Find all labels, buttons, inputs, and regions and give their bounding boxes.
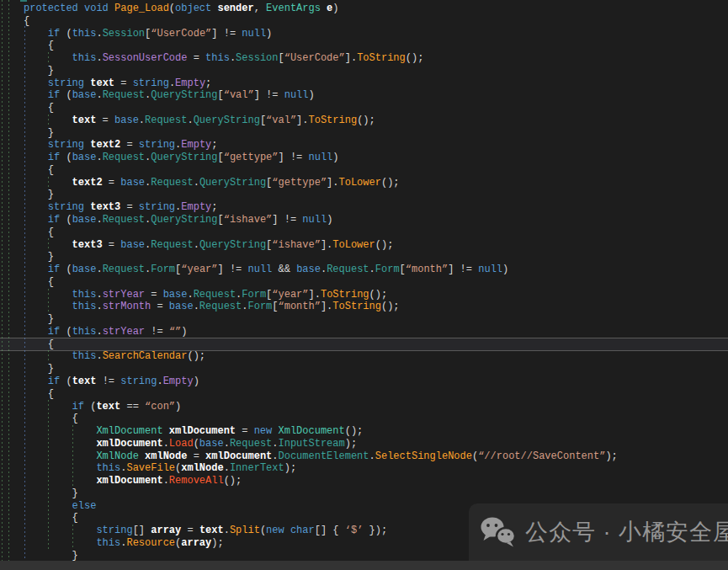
code-line-37[interactable]: XmlNode xmlNode = xmlDocument.DocumentEl… <box>24 450 618 463</box>
code-line-7[interactable]: string text = string.Empty; <box>24 77 618 90</box>
code-line-21[interactable]: } <box>24 251 618 264</box>
code-line-6[interactable]: } <box>24 65 618 77</box>
code-line-20[interactable]: text3 = base.Request.QueryString[“ishave… <box>24 239 618 252</box>
code-editor: protected void Page_Load(object sender, … <box>0 0 728 570</box>
code-line-40[interactable]: } <box>24 487 618 500</box>
horizontal-scrollbar[interactable] <box>0 561 728 570</box>
code-line-24[interactable]: this.strYear = base.Request.Form[“year”]… <box>24 289 618 301</box>
code-line-15[interactable]: text2 = base.Request.QueryString[“gettyp… <box>24 177 618 189</box>
clipped-line-fragment <box>20 0 27 2</box>
code-line-17[interactable]: string text3 = string.Empty; <box>24 201 618 214</box>
code-line-25[interactable]: this.strMonth = base.Request.Form[“month… <box>24 301 618 313</box>
code-line-27[interactable]: if (this.strYear != “”) <box>24 326 618 338</box>
code-line-2[interactable]: { <box>24 15 618 28</box>
watermark-badge: 公众号 · 小橘安全屋 <box>469 503 728 561</box>
code-line-1[interactable]: protected void Page_Load(object sender, … <box>24 3 618 15</box>
code-line-3[interactable]: if (this.Session[“UserCode”] != null) <box>24 28 618 40</box>
code-line-5[interactable]: this.SessonUserCode = this.Session[“User… <box>24 52 618 65</box>
code-line-35[interactable]: XmlDocument xmlDocument = new XmlDocumen… <box>24 425 618 438</box>
code-line-28[interactable]: { <box>24 338 618 351</box>
code-line-34[interactable]: { <box>24 413 618 425</box>
code-line-18[interactable]: if (base.Request.QueryString[“ishave”] !… <box>24 214 618 226</box>
watermark-text: 公众号 · 小橘安全屋 <box>525 517 728 547</box>
code-line-31[interactable]: if (text != string.Empty) <box>24 376 618 388</box>
code-line-19[interactable]: { <box>24 226 618 239</box>
indent-guide <box>2 0 3 570</box>
wechat-icon <box>480 516 517 548</box>
code-line-16[interactable]: } <box>24 189 618 201</box>
code-line-32[interactable]: { <box>24 388 618 401</box>
code-line-9[interactable]: { <box>24 102 618 115</box>
code-line-10[interactable]: text = base.Request.QueryString[“val”].T… <box>24 115 618 127</box>
code-line-22[interactable]: if (base.Request.Form[“year”] != null &&… <box>24 264 618 276</box>
code-line-14[interactable]: { <box>24 164 618 177</box>
code-line-30[interactable]: } <box>24 363 618 376</box>
code-line-13[interactable]: if (base.Request.QueryString[“gettype”] … <box>24 152 618 164</box>
code-line-36[interactable]: xmlDocument.Load(base.Request.InputStrea… <box>24 438 618 450</box>
code-line-12[interactable]: string text2 = string.Empty; <box>24 139 618 152</box>
code-line-8[interactable]: if (base.Request.QueryString[“val”] != n… <box>24 89 618 102</box>
code-line-38[interactable]: this.SaveFile(xmlNode.InnerText); <box>24 462 618 475</box>
code-line-29[interactable]: this.SearchCalendar(); <box>24 350 618 363</box>
code-line-11[interactable]: } <box>24 127 618 140</box>
code-line-39[interactable]: xmlDocument.RemoveAll(); <box>24 475 618 487</box>
indent-guide <box>8 0 9 570</box>
code-line-23[interactable]: { <box>24 276 618 289</box>
code-area[interactable]: protected void Page_Load(object sender, … <box>24 3 618 562</box>
code-line-4[interactable]: { <box>24 40 618 52</box>
code-line-33[interactable]: if (text == “con”) <box>24 401 618 413</box>
code-line-26[interactable]: } <box>24 313 618 326</box>
